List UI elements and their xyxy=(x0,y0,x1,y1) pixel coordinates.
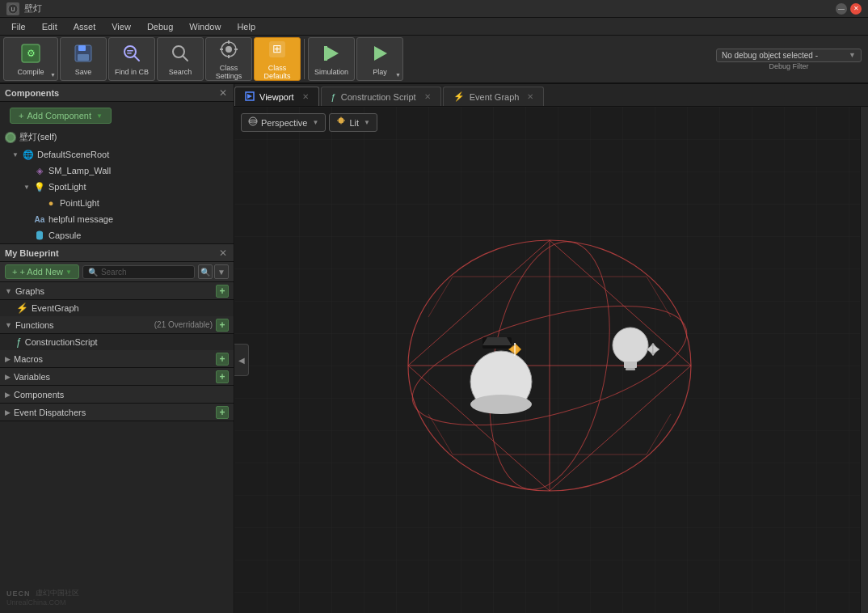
construction-script-tab-close[interactable]: ✕ xyxy=(424,92,431,101)
menu-file[interactable]: File xyxy=(3,20,34,33)
add-function-button[interactable]: + xyxy=(216,319,229,332)
blueprint-panel-title: My Blueprint xyxy=(5,248,214,258)
tab-bar: Viewport ✕ ƒ Construction Script ✕ ⚡ Eve… xyxy=(234,84,868,107)
bp-label-construction-script: ConstructionScript xyxy=(25,337,98,347)
graphs-section-header[interactable]: ▼ Graphs + xyxy=(0,282,234,300)
event-dispatchers-title: Event Dispatchers xyxy=(14,408,213,417)
simulation-button[interactable]: Simulation xyxy=(308,37,355,81)
simulation-label: Simulation xyxy=(314,68,348,76)
close-button[interactable]: ✕ xyxy=(850,3,862,15)
class-defaults-button[interactable]: ⊞ Class Defaults xyxy=(254,37,301,81)
svg-rect-56 xyxy=(624,361,637,368)
tree-label-helpful: helpful message xyxy=(48,214,113,224)
debug-dropdown-icon: ▼ xyxy=(849,51,856,59)
construction-script-tab-label: Construction Script xyxy=(341,92,416,102)
svg-point-14 xyxy=(225,46,232,53)
menu-debug[interactable]: Debug xyxy=(139,20,181,33)
lit-label: Lit xyxy=(349,118,359,128)
variables-title: Variables xyxy=(14,372,213,382)
add-new-label: + Add New xyxy=(19,267,63,277)
menu-asset[interactable]: Asset xyxy=(65,20,104,33)
viewport-tab-close[interactable]: ✕ xyxy=(302,92,309,101)
blueprint-content: ▼ Graphs + ⚡ EventGraph ▼ Functions (21 … xyxy=(0,282,234,581)
functions-section-header[interactable]: ▼ Functions (21 Overridable) + xyxy=(0,316,234,334)
add-event-dispatcher-button[interactable]: + xyxy=(216,406,229,419)
compile-button[interactable]: ⚙ Compile ▼ xyxy=(3,37,58,81)
tab-event-graph[interactable]: ⚡ Event Graph ✕ xyxy=(443,87,545,106)
variables-section-header[interactable]: ▶ Variables + xyxy=(0,368,234,386)
tree-item-pointlight[interactable]: ▶ ● PointLight xyxy=(0,195,234,211)
event-dispatchers-section-header[interactable]: ▶ Event Dispatchers + xyxy=(0,404,234,421)
tree-item-spotlight[interactable]: ▼ 💡 SpotLight xyxy=(0,179,234,195)
construction-script-tab-icon: ƒ xyxy=(331,92,336,102)
add-graph-button[interactable]: + xyxy=(216,285,229,298)
find-in-cb-button[interactable]: Find in CB xyxy=(108,37,155,81)
menu-view[interactable]: View xyxy=(103,20,139,33)
window-controls: — ✕ xyxy=(836,3,862,15)
search-toolbar-button[interactable]: Search xyxy=(157,37,204,81)
viewport-tab-icon xyxy=(245,91,255,103)
svg-rect-6 xyxy=(78,54,89,61)
search-option-magnifier-button[interactable]: 🔍 xyxy=(198,264,213,279)
save-icon xyxy=(73,43,94,66)
search-toolbar-icon xyxy=(170,43,191,66)
event-graph-tab-close[interactable]: ✕ xyxy=(527,92,533,101)
blueprint-search-placeholder: Search xyxy=(101,268,127,277)
tree-item-sm-lamp-wall[interactable]: ▶ ◈ SM_Lamp_Wall xyxy=(0,163,234,179)
window-title: 壁灯 xyxy=(24,2,836,15)
functions-title: Functions xyxy=(15,320,151,330)
text-icon: Aa xyxy=(34,213,45,225)
svg-marker-50 xyxy=(482,337,512,345)
event-graph-tab-icon: ⚡ xyxy=(453,91,465,102)
svg-point-65 xyxy=(339,118,344,124)
bp-components-section-header[interactable]: ▶ Components xyxy=(0,386,234,404)
blueprint-search-input[interactable]: 🔍 Search xyxy=(82,265,195,279)
svg-rect-57 xyxy=(626,368,635,370)
bp-item-eventgraph[interactable]: ⚡ EventGraph xyxy=(0,300,234,316)
tab-viewport[interactable]: Viewport ✕ xyxy=(234,87,319,106)
class-settings-button[interactable]: Class Settings xyxy=(205,37,252,81)
tree-expand-scene-root[interactable]: ▼ xyxy=(10,149,21,160)
add-macro-button[interactable]: + xyxy=(216,353,229,366)
add-new-button[interactable]: + + Add New ▼ xyxy=(5,264,79,279)
tree-item-default-scene-root[interactable]: ▼ 🌐 DefaultSceneRoot xyxy=(0,146,234,163)
minimize-button[interactable]: — xyxy=(836,3,847,15)
macros-section-header[interactable]: ▶ Macros + xyxy=(0,350,234,368)
mesh-icon: ◈ xyxy=(34,165,45,176)
tree-item-helpful-message[interactable]: ▶ Aa helpful message xyxy=(0,211,234,227)
viewport-left-collapse-button[interactable]: ◀ xyxy=(234,344,249,376)
class-settings-label: Class Settings xyxy=(206,64,251,80)
tree-label-sm-lamp: SM_Lamp_Wall xyxy=(48,166,111,175)
svg-rect-10 xyxy=(127,53,132,54)
components-close-button[interactable]: ✕ xyxy=(217,87,229,99)
svg-rect-17 xyxy=(220,49,223,50)
menu-bar: File Edit Asset View Debug Window Help xyxy=(0,18,868,36)
tab-construction-script[interactable]: ƒ Construction Script ✕ xyxy=(321,87,441,106)
debug-object-select[interactable]: No debug object selected - ▼ xyxy=(716,49,862,62)
blueprint-close-button[interactable]: ✕ xyxy=(217,247,229,259)
tree-expand-spotlight[interactable]: ▼ xyxy=(21,181,32,192)
menu-help[interactable]: Help xyxy=(229,20,263,33)
lit-dropdown-button[interactable]: Lit ▼ xyxy=(329,113,377,132)
bp-item-construction-script[interactable]: ƒ ConstructionScript xyxy=(0,334,234,350)
self-label-row: 壁灯(self) xyxy=(0,129,234,146)
functions-expand-icon: ▼ xyxy=(5,321,12,329)
tree-item-capsule[interactable]: ▶ Capsule xyxy=(0,227,234,243)
components-tree: ▼ 🌐 DefaultSceneRoot ▶ ◈ SM_Lamp_Wall ▼ … xyxy=(0,146,234,243)
bp-label-eventgraph: EventGraph xyxy=(32,303,79,313)
perspective-dropdown-button[interactable]: Perspective ▼ xyxy=(241,113,326,132)
left-panel: Components ✕ + Add Component ▼ 壁灯(self) xyxy=(0,84,234,613)
save-button[interactable]: Save xyxy=(60,37,107,81)
blueprint-panel-header: My Blueprint ✕ xyxy=(0,244,234,262)
menu-window[interactable]: Window xyxy=(181,20,229,33)
title-bar: U 壁灯 — ✕ xyxy=(0,0,868,18)
functions-count: (21 Overridable) xyxy=(154,320,213,329)
add-component-button[interactable]: + Add Component ▼ xyxy=(10,108,112,124)
play-button[interactable]: Play ▼ xyxy=(356,37,403,81)
blueprint-header-row: + + Add New ▼ 🔍 Search 🔍 ▼ xyxy=(0,262,234,282)
menu-edit[interactable]: Edit xyxy=(34,20,65,33)
search-option-settings-button[interactable]: ▼ xyxy=(214,264,229,279)
graphs-title: Graphs xyxy=(15,286,213,296)
add-variable-button[interactable]: + xyxy=(216,370,229,383)
scene-root-icon: 🌐 xyxy=(23,149,34,160)
